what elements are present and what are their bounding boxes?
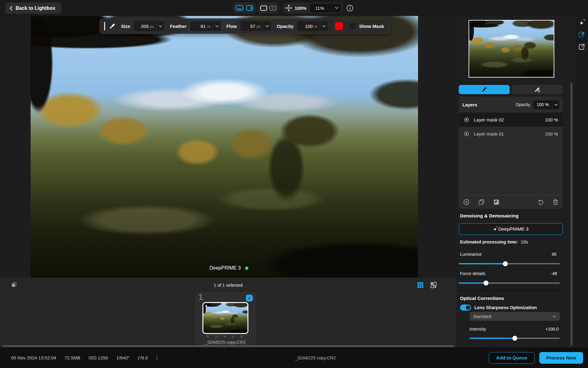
feather-stepper-chevron-icon[interactable] <box>213 21 221 31</box>
check-icon: ✓ <box>247 295 251 301</box>
toggle-right-panel-icon[interactable] <box>246 5 253 11</box>
flow-value: 57 <box>250 24 255 29</box>
slider-fill <box>459 263 505 264</box>
layer-name: Layer mask 02 <box>474 117 504 122</box>
show-mask-label: Show Mask <box>359 24 384 29</box>
ai-enhance-icon[interactable]: ✦✦ <box>579 20 584 26</box>
back-to-lightbox-label: Back to Lightbox <box>16 6 55 11</box>
flow-unit: px <box>257 24 261 29</box>
force-details-slider[interactable] <box>459 281 560 286</box>
luminance-row: Luminance 45 <box>460 250 563 259</box>
chevron-down-icon <box>552 315 556 318</box>
flow-stepper-chevron-icon[interactable] <box>263 21 271 31</box>
layers-opacity-value: 100 % <box>533 102 552 107</box>
deepprime-label: DeepPRIME 3 <box>498 226 529 232</box>
filmstrip-scrollbar[interactable] <box>2 345 454 347</box>
slider-thumb[interactable] <box>484 281 488 286</box>
grid-view-icon[interactable] <box>417 282 424 289</box>
layer-opacity-value: 100 % <box>545 131 558 136</box>
luminance-value-field[interactable]: 45 <box>545 250 563 259</box>
toolbar-drag-handle[interactable] <box>104 22 105 30</box>
film-item-thumbnail[interactable] <box>202 302 248 334</box>
film-item-checkbox[interactable]: ✓ <box>246 295 253 301</box>
intensity-value-field[interactable]: +100.0 <box>542 325 562 333</box>
slider-thumb[interactable] <box>512 336 517 341</box>
layers-opacity-label: Opacity <box>516 102 530 107</box>
zoom-level-dropdown[interactable]: 11% <box>309 3 342 13</box>
process-now-button[interactable]: Process Now <box>539 352 583 364</box>
luminance-label: Luminance <box>460 252 482 257</box>
zoom-fit-button[interactable]: 100% <box>295 6 306 11</box>
export-image-icon[interactable] <box>578 43 585 51</box>
single-view-icon[interactable] <box>260 5 267 11</box>
preview-thumbnail[interactable] <box>469 20 554 78</box>
shutter-speed: 1/640″ <box>116 355 130 360</box>
tab-brush[interactable] <box>459 85 510 94</box>
brush-opacity-unit: % <box>314 24 318 29</box>
star-rating[interactable]: ★ ★ ★ ★ ★ <box>195 334 256 339</box>
slider-fill <box>459 282 486 284</box>
layer-row-mask-01[interactable]: Layer mask 01 100 % <box>459 127 563 141</box>
tab-eraser[interactable] <box>512 85 563 94</box>
brush-icon <box>481 87 487 92</box>
add-layer-icon[interactable] <box>463 199 470 205</box>
sparkle-icon: ✦ <box>493 227 497 232</box>
panel-scrollbar[interactable] <box>571 83 572 346</box>
slider-thumb[interactable] <box>503 261 508 266</box>
size-value: 205 <box>141 24 149 29</box>
feather-input[interactable]: 61% <box>190 21 221 31</box>
estimated-time-value: 10s <box>521 240 528 244</box>
pan-tool-icon[interactable] <box>285 5 292 11</box>
info-icon[interactable] <box>346 5 353 12</box>
show-mask-checkbox[interactable] <box>350 23 355 29</box>
status-bar: 05 Nov 2024 13:52:04 72.5MB ISO 1250 1/6… <box>0 347 588 368</box>
processing-method-overlay: DeepPRIME 3 <box>205 264 253 272</box>
brush-opacity-stepper-chevron-icon[interactable] <box>320 21 328 31</box>
aperture-value: ƒ/9.0 <box>138 355 148 360</box>
film-item[interactable]: 1 ✓ ★ ★ ★ ★ ★ _02A8225 copy.CR2 <box>195 292 256 345</box>
flow-label: Flow <box>226 24 237 29</box>
chevron-down-icon <box>552 100 559 109</box>
flow-input[interactable]: 57px <box>240 21 271 31</box>
slider-track[interactable] <box>459 282 560 284</box>
slider-track[interactable] <box>469 338 560 339</box>
film-item-filename: _02A8225 copy.CR2 <box>195 340 256 345</box>
local-adjustments-brush-icon[interactable] <box>578 31 586 39</box>
layer-opacity-value: 100 % <box>545 117 558 122</box>
lens-sharpness-label: Lens Sharpness Optimization <box>474 305 537 310</box>
mask-color-swatch[interactable] <box>335 22 343 30</box>
back-to-lightbox-button[interactable]: Back to Lightbox <box>5 2 62 14</box>
brush-opacity-label: Opacity <box>277 24 293 29</box>
deepprime-method-button[interactable]: ✦ DeepPRIME 3 <box>459 223 563 235</box>
layer-visibility-eye-icon[interactable] <box>464 117 469 123</box>
canvas-area: Size 205px Feather 61% Flow 57px Opacity… <box>0 16 456 278</box>
layer-row-mask-02[interactable]: Layer mask 02 100 % <box>459 113 563 127</box>
photo-canvas[interactable] <box>31 16 418 278</box>
slider-track[interactable] <box>459 263 560 264</box>
layers-opacity-dropdown[interactable]: 100 % <box>533 100 559 109</box>
reset-layer-icon[interactable] <box>537 199 544 205</box>
split-view-icon[interactable] <box>269 5 277 11</box>
intensity-slider[interactable] <box>469 336 560 341</box>
size-input[interactable]: 205px <box>134 21 164 31</box>
delete-layer-icon[interactable] <box>552 199 559 205</box>
sharpness-preset-dropdown[interactable]: Standard <box>469 312 560 321</box>
intensity-label: Intensity <box>469 327 486 332</box>
optical-section-title: Optical Corrections <box>460 296 504 301</box>
force-details-value-field[interactable]: -49 <box>545 269 563 278</box>
add-to-queue-button[interactable]: Add to Queue <box>489 352 535 364</box>
luminance-slider[interactable] <box>459 261 560 266</box>
top-toolbar: Back to Lightbox 100% 11% <box>0 0 588 16</box>
mosaic-view-icon[interactable] <box>430 282 437 289</box>
current-filename: _02A8225 copy.CR2 <box>295 355 336 360</box>
layers-title: Layers <box>462 102 477 107</box>
invert-mask-icon[interactable] <box>493 199 500 205</box>
size-stepper-chevron-icon[interactable] <box>156 21 164 31</box>
lens-sharpness-toggle[interactable] <box>460 305 471 311</box>
duplicate-layer-icon[interactable] <box>478 199 485 205</box>
toggle-bottom-panel-icon[interactable] <box>236 5 243 11</box>
brush-opacity-input[interactable]: 100% <box>297 21 328 31</box>
filmstrip: 1 of 1 selected 1 ✓ ★ ★ ★ ★ ★ _02A8225 c… <box>0 278 456 347</box>
layers-panel: Layers Opacity 100 % Layer mask 02 100 %… <box>459 97 563 209</box>
layer-visibility-eye-icon[interactable] <box>464 131 469 137</box>
